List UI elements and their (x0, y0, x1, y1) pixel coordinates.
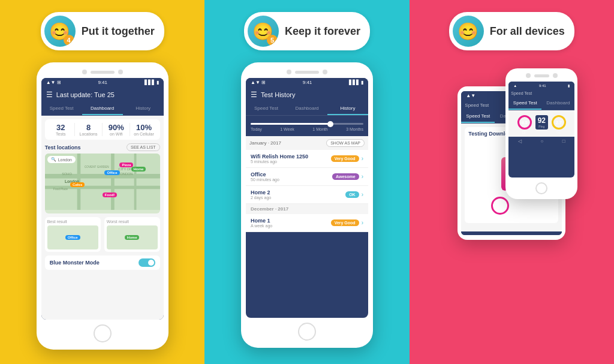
tab-dashboard[interactable]: Dashboard (82, 103, 123, 115)
history-list: Wifi Relish Home 1250 5 minutes ago Very… (246, 150, 368, 232)
small-phone-top-bar (508, 73, 574, 78)
tab-history-2[interactable]: History (327, 103, 368, 115)
ping-value: 92 (520, 201, 529, 210)
small-battery: ▮ (568, 83, 570, 88)
status-icons-right: ▋▋▋ ▮ (145, 80, 159, 85)
blue-mode-toggle[interactable] (139, 258, 155, 267)
tab-speed-test[interactable]: Speed Test (41, 103, 82, 115)
signal-icon-2: ▋▋▋ (349, 80, 360, 85)
section-header: Test locations SEE AS LIST (45, 143, 160, 151)
map-area: SOHO COVENT GARDEN CITY OF LONDON London… (45, 154, 160, 213)
phone-bottom-bar-1 (41, 324, 164, 342)
status-icons-left: ▲▼ ⊞ (46, 80, 61, 85)
quality-badge-1: Awesome (332, 173, 359, 180)
stat-wifi: 90% on Wifi (103, 123, 130, 136)
small-upload-gauge: 2.7 UL (552, 115, 566, 134)
avatar-3 (453, 16, 484, 47)
history-item-1[interactable]: Office 50 minutes ago Awesome › (246, 168, 368, 186)
phone-home-button-1[interactable] (94, 324, 112, 342)
tab-speed-2[interactable]: Speed Test (246, 103, 287, 115)
phone-speaker-2 (295, 71, 319, 74)
small-back-icon[interactable]: ◁ (518, 139, 522, 144)
history-time-1: 50 minutes ago (251, 178, 279, 182)
svg-text:LONDON: LONDON (118, 172, 133, 176)
map-dot-food: Food! (103, 192, 118, 197)
chevron-icon-2[interactable]: › (362, 191, 363, 198)
status-time-2: 9:41 (303, 80, 312, 85)
download-value: 4.5 (496, 203, 504, 209)
map-dot-pizza: Pizza (119, 163, 133, 167)
chevron-icon-3[interactable]: › (362, 219, 363, 226)
show-as-map-btn[interactable]: SHOW AS MAP (326, 139, 365, 147)
quality-badge-2: OK (345, 191, 359, 198)
small-tab-1[interactable]: Speed Test (508, 97, 541, 110)
small-phone-screen: ▲ 9:41 ▮ Speed Test Speed Test Dashboard… (508, 82, 574, 178)
phone-camera-3 (287, 70, 291, 74)
hamburger-menu[interactable]: ☰ (46, 91, 53, 99)
slider-track[interactable] (251, 123, 363, 125)
ping-label: Ping (520, 210, 529, 214)
history-right-1: Awesome › (332, 173, 363, 180)
stat-locations: 8 Locations (75, 123, 103, 136)
phone-1: ▲▼ ⊞ 9:41 ▋▋▋ ▮ ☰ Last update: Tue 25 Sp… (37, 62, 168, 350)
history-item-2[interactable]: Home 2 2 days ago OK › (246, 186, 368, 204)
devices-container: ▲▼ Ready ▮▮▮ Speed Test Speed Test Dashb… (458, 68, 565, 240)
small-download-gauge: 4.5 DL (517, 115, 532, 134)
history-name-0: Wifi Relish Home 1250 (251, 154, 308, 160)
hamburger-2[interactable]: ☰ (251, 91, 257, 99)
map-search[interactable]: 🔍 London (47, 156, 76, 163)
history-time-0: 5 minutes ago (251, 160, 308, 164)
chevron-icon-1[interactable]: › (362, 173, 363, 180)
gauge-circles-row: 4.5 Download 92 Ping (468, 197, 555, 219)
slider-fill (251, 123, 330, 125)
panel-yellow: 4 Put it together ▲▼ ⊞ 9:41 ▋▋▋ ▮ ☰ Last (0, 0, 204, 364)
tab-history[interactable]: History (123, 103, 164, 115)
phone-top-bar-2 (246, 70, 368, 74)
stat-loc-label: Locations (75, 132, 102, 136)
history-name-3: Home 1 (251, 218, 272, 224)
small-home-icon[interactable]: ○ (540, 139, 543, 144)
small-ping-label: Ping (538, 125, 546, 128)
small-tab-bar: Speed Test Dashboard (508, 97, 574, 110)
tab-bar-1: Speed Test Dashboard History (41, 103, 164, 116)
app-header-1: ☰ Last update: Tue 25 (41, 87, 164, 103)
ping-box: 92 Ping (516, 199, 533, 216)
history-item-0[interactable]: Wifi Relish Home 1250 5 minutes ago Very… (246, 150, 368, 168)
stats-row: 32 Tests 8 Locations 90% on Wifi 10% on … (45, 119, 160, 140)
history-item-3[interactable]: Home 1 A week ago Very Good › (246, 214, 368, 232)
small-phone-frame: ▲ 9:41 ▮ Speed Test Speed Test Dashboard… (505, 68, 577, 199)
badge-number-1: 4 (64, 35, 74, 46)
header-badge-3: For all devices (449, 12, 574, 50)
status-right-2: ▋▋▋ ▮ (349, 80, 363, 85)
tab-dashboard-2[interactable]: Dashboard (287, 103, 327, 115)
see-as-list-btn[interactable]: SEE AS LIST (127, 143, 160, 151)
chevron-icon-0[interactable]: › (362, 155, 363, 162)
badge-label-1: Put it together (82, 25, 155, 38)
best-office-dot: Office (65, 235, 80, 240)
small-recents-icon[interactable]: □ (562, 139, 565, 144)
panel-pink: For all devices ▲▼ Ready ▮▮▮ Speed Test … (410, 0, 614, 364)
tablet-status-left: ▲▼ (466, 93, 475, 98)
slider-thumb[interactable] (327, 121, 333, 127)
small-ping-box: 92 Ping (535, 115, 548, 130)
recents-icon[interactable]: □ (543, 234, 547, 235)
small-tab-2[interactable]: Dashboard (541, 97, 574, 110)
back-icon[interactable]: ◁ (475, 234, 481, 235)
phone-screen-2: ▲▼ ⊞ 9:41 ▋▋▋ ▮ ☰ Test History Speed Tes… (246, 78, 368, 318)
tablet-tab-speed[interactable]: Speed Test (461, 110, 495, 123)
history-time-3: A week ago (251, 224, 272, 228)
phone-home-button-2[interactable] (298, 323, 316, 341)
tab-bar-2: Speed Test Dashboard History (246, 103, 368, 116)
signal-icon: ▋▋▋ (145, 80, 155, 85)
home-nav-icon[interactable]: ○ (510, 234, 514, 235)
history-right-3: Very Good › (331, 219, 363, 226)
ping-gauge: 92 Ping (516, 197, 533, 219)
history-item-info-2: Home 2 2 days ago (251, 189, 271, 200)
stat-wifi-label: on Wifi (103, 132, 130, 136)
history-slider: Today 1 Week 1 Month 3 Months (246, 116, 368, 136)
small-status-left: ▲ (513, 84, 517, 88)
best-map: Office (47, 225, 98, 249)
best-label: Best result (47, 219, 98, 224)
small-home-btn[interactable] (535, 182, 547, 194)
small-dl-label: DL (517, 131, 532, 134)
